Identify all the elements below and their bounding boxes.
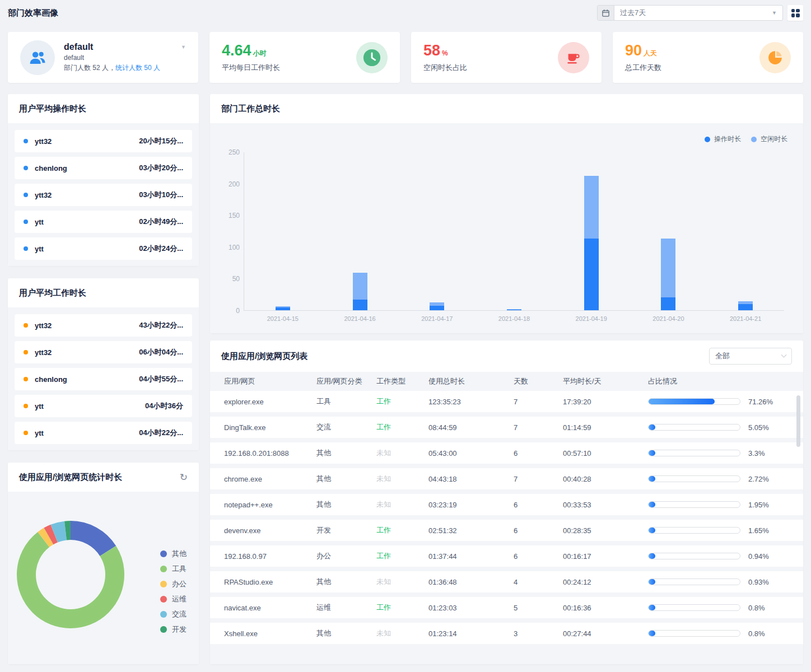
progress-track: [648, 553, 740, 559]
progress-fill: [649, 579, 655, 585]
avg-operation-list: ytt3220小时15分...chenlong03小时20分...ytt3203…: [8, 123, 199, 266]
percent-cell: 2.72%: [648, 475, 792, 483]
user-list-item: chenlong04小时55分...: [15, 368, 192, 390]
legend-item[interactable]: 其他: [160, 549, 187, 559]
progress-track: [648, 398, 740, 405]
idle-ratio-card: 58% 空闲时长占比: [411, 32, 602, 83]
category-cell: 办公: [316, 551, 376, 561]
days-cell: 6: [514, 501, 563, 509]
progress-track: [648, 475, 740, 482]
user-dot-icon: [24, 166, 28, 170]
legend-dot-icon: [751, 137, 757, 142]
x-axis-label: 2021-04-15: [267, 315, 299, 322]
work-type-cell: 工作: [376, 603, 428, 613]
column-header: 平均时长/天: [563, 376, 648, 386]
bar-chart-plot: 0501001502002502021-04-152021-04-162021-…: [244, 152, 784, 311]
user-name: chenlong: [35, 375, 67, 384]
department-caret-icon[interactable]: ▼: [181, 44, 186, 50]
progress-fill: [649, 605, 655, 610]
percent-label: 71.26%: [748, 398, 773, 406]
progress-track: [648, 424, 740, 431]
bar-segment-操作时长: [507, 310, 521, 310]
percent-label: 0.8%: [748, 604, 765, 612]
bar-segment-操作时长: [738, 304, 753, 310]
bar-segment-空闲时长: [430, 302, 444, 306]
chevron-down-icon: [781, 352, 787, 357]
summary-cards: default ▼ default 部门人数 52 人，统计人数 50 人 4.…: [8, 32, 803, 83]
user-dot-icon: [24, 431, 28, 435]
y-axis-tick: 50: [217, 275, 240, 283]
user-name: ytt32: [35, 191, 52, 199]
department-card: default ▼ default 部门人数 52 人，统计人数 50 人: [8, 32, 198, 83]
pie-chart-icon: [759, 42, 791, 73]
legend-item[interactable]: 办公: [160, 579, 187, 589]
percent-label: 0.8%: [748, 629, 765, 638]
y-axis-tick: 100: [217, 244, 240, 251]
legend-dot-icon: [160, 596, 167, 603]
total-days-unit: 人天: [644, 49, 657, 57]
app-stats-panel: 使用应用/浏览网页统计时长 ↻ 其他工具办公运维交流开发: [8, 463, 199, 664]
work-type-cell: 工作: [376, 551, 428, 561]
user-list-item: ytt3220小时15分...: [15, 130, 192, 152]
bar-segment-空闲时长: [584, 176, 599, 239]
legend-dot-icon: [160, 581, 167, 587]
avg-duration-cell: 00:16:17: [563, 552, 648, 561]
refresh-icon[interactable]: ↻: [180, 473, 188, 482]
main-grid: 用户平均操作时长 ytt3220小时15分...chenlong03小时20分.…: [8, 94, 803, 664]
app-name-cell: devenv.exe: [224, 526, 316, 535]
avg-operation-title: 用户平均操作时长: [19, 104, 86, 114]
legend-item[interactable]: 运维: [160, 594, 187, 604]
apps-grid-button[interactable]: [787, 5, 803, 21]
category-filter-select[interactable]: 全部: [709, 348, 792, 365]
percent-label: 1.65%: [748, 526, 769, 535]
progress-fill: [649, 476, 655, 482]
donut-chart: [17, 521, 124, 628]
avg-duration-cell: 00:24:12: [563, 578, 648, 586]
progress-fill: [649, 528, 655, 533]
work-type-cell: 未知: [376, 500, 428, 510]
date-range-picker[interactable]: 过去7天 ▼: [597, 5, 783, 21]
bar-chart-area: 操作时长空闲时长 0501001502002502021-04-152021-0…: [210, 123, 803, 333]
user-dot-icon: [24, 323, 28, 328]
legend-item[interactable]: 开发: [160, 624, 187, 634]
avg-work-list: ytt3243小时22分...ytt3206小时04分...chenlong04…: [8, 307, 199, 450]
x-axis-label: 2021-04-19: [576, 315, 607, 322]
total-duration-cell: 01:23:03: [428, 604, 514, 612]
legend-item[interactable]: 工具: [160, 564, 187, 574]
left-column: 用户平均操作时长 ytt3220小时15分...chenlong03小时20分.…: [8, 94, 199, 664]
category-cell: 运维: [316, 603, 376, 613]
bar-segment-操作时长: [276, 307, 290, 310]
avg-duration-cell: 17:39:20: [563, 398, 648, 406]
work-type-cell: 未知: [376, 577, 428, 587]
days-cell: 6: [514, 552, 563, 561]
total-duration-cell: 01:36:48: [428, 578, 514, 586]
avg-duration-cell: 00:57:10: [563, 449, 648, 458]
progress-track: [648, 604, 740, 611]
percent-cell: 3.3%: [648, 449, 792, 458]
days-cell: 7: [514, 475, 563, 483]
column-header: 使用总时长: [428, 376, 514, 386]
progress-fill: [649, 502, 655, 507]
user-duration: 06小时04分...: [139, 347, 183, 357]
stat-count-link[interactable]: 统计人数 50 人: [115, 64, 160, 72]
user-name: ytt32: [35, 348, 52, 357]
department-name: default: [64, 42, 93, 52]
legend-item[interactable]: 交流: [160, 609, 187, 619]
progress-fill: [649, 553, 655, 559]
percent-cell: 1.95%: [648, 501, 792, 509]
user-duration: 43小时22分...: [139, 320, 183, 330]
app-stats-title: 使用应用/浏览网页统计时长: [19, 472, 122, 483]
legend-item[interactable]: 空闲时长: [751, 134, 787, 144]
clock-icon: [356, 42, 388, 73]
category-cell: 开发: [316, 525, 376, 535]
right-column: 部门工作总时长 操作时长空闲时长 0501001502002502021-04-…: [210, 94, 803, 664]
table-scrollbar[interactable]: [796, 395, 800, 447]
legend-item[interactable]: 操作时长: [705, 134, 741, 144]
category-cell: 其他: [316, 577, 376, 587]
table-row: Xshell.exe其他未知01:23:14300:27:440.8%: [210, 623, 803, 644]
bar-segment-空闲时长: [276, 306, 290, 307]
category-cell: 其他: [316, 628, 376, 638]
app-name-cell: chrome.exe: [224, 475, 316, 483]
percent-label: 2.72%: [748, 475, 769, 483]
category-filter-value: 全部: [715, 351, 730, 361]
